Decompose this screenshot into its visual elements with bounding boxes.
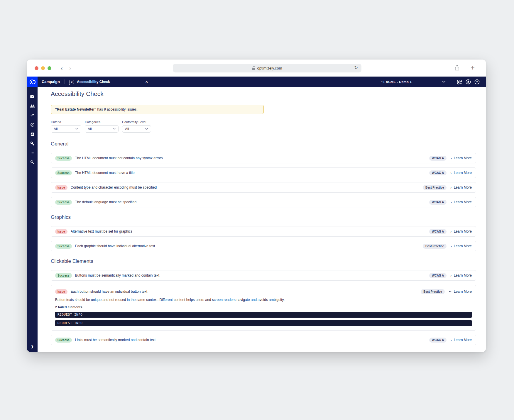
conformity-tag: WCAG A — [429, 338, 447, 343]
check-row[interactable]: Issue Content type and character encodin… — [51, 182, 476, 193]
learn-more-link[interactable]: Learn More — [454, 244, 472, 248]
tab-label: Accessibility Check — [77, 80, 110, 84]
conformity-tag: Best Practice — [423, 185, 447, 190]
zoom-window-button[interactable] — [48, 66, 51, 70]
divider — [450, 79, 450, 84]
conformity-tag: WCAG A — [429, 156, 447, 161]
learn-more-link[interactable]: Learn More — [454, 156, 472, 160]
address-bar[interactable]: optimizely.com ↻ — [173, 64, 361, 72]
check-text: The default language must be specified — [75, 200, 429, 204]
expanded-row-header[interactable]: Issue Each button should have an individ… — [55, 289, 472, 294]
chevron-down-icon — [145, 128, 148, 130]
check-text: Buttons must be semantically marked and … — [75, 273, 429, 277]
filter-categories: Categories All — [85, 120, 119, 133]
filter-label: Categories — [85, 120, 119, 124]
browser-window: ‹ › optimizely.com ↻ + — [27, 60, 486, 352]
conformity-level-select[interactable]: All — [122, 125, 151, 133]
check-row[interactable]: Success Each graphic should have individ… — [51, 241, 476, 251]
failed-elements-count: 2 failed elements — [55, 305, 472, 309]
left-sidebar: ❯ — [27, 87, 38, 352]
check-row[interactable]: Success The default language must be spe… — [51, 197, 476, 207]
status-badge: Success — [55, 200, 72, 205]
section-title-graphics: Graphics — [51, 214, 476, 220]
check-text: Each button should have an individual bu… — [71, 289, 421, 294]
url-text: optimizely.com — [257, 66, 282, 70]
user-account-icon[interactable] — [465, 78, 472, 85]
failed-element-code: REQUEST INFO — [55, 320, 472, 326]
learn-more-link[interactable]: Learn More — [454, 200, 472, 204]
check-text: Alternative text must be set for graphic… — [71, 229, 429, 233]
analytics-icon[interactable] — [27, 129, 38, 139]
issues-alert-banner: "Real Estate Newsletter" has 9 accessibi… — [51, 105, 264, 114]
criteria-select[interactable]: All — [51, 125, 81, 133]
more-options-icon[interactable] — [27, 148, 38, 158]
failed-element-code: REQUEST INFO — [55, 312, 472, 318]
filters-bar: Criteria All Categories All Conformity L… — [51, 120, 476, 133]
check-row[interactable]: Success The HTML document must not conta… — [51, 153, 476, 163]
apps-grid-icon[interactable] — [456, 78, 463, 85]
search-icon[interactable] — [27, 158, 38, 167]
conformity-tag: WCAG A — [429, 229, 447, 234]
forward-icon: › — [69, 65, 71, 71]
learn-more-link[interactable]: Learn More — [454, 171, 472, 175]
svg-text:?: ? — [476, 80, 478, 84]
filter-label: Conformity Level — [122, 120, 151, 124]
conformity-tag: WCAG A — [429, 200, 447, 205]
check-text: Each graphic should have individual alte… — [75, 244, 423, 248]
chevron-right-icon: › — [450, 274, 452, 277]
share-icon[interactable] — [455, 65, 459, 71]
conformity-tag: Best Practice — [423, 244, 447, 249]
learn-more-link[interactable]: Learn More — [454, 229, 472, 233]
conformity-tag: WCAG A — [429, 273, 447, 278]
check-row[interactable]: Success Buttons must be semantically mar… — [51, 270, 476, 281]
chevron-right-icon: › — [450, 156, 452, 160]
minimize-window-button[interactable] — [41, 66, 45, 70]
close-tab-icon[interactable]: ✕ — [145, 80, 148, 84]
learn-more-link[interactable]: Learn More — [454, 289, 472, 294]
check-text: Content type and character encoding must… — [71, 185, 423, 189]
chevron-right-icon: › — [450, 338, 452, 342]
reload-icon[interactable]: ↻ — [354, 65, 358, 70]
alert-text: has 9 accessibility issues. — [96, 107, 138, 111]
page-title: Accessibility Check — [51, 89, 476, 98]
alert-subject: "Real Estate Newsletter" — [55, 107, 96, 111]
status-badge: Success — [55, 170, 72, 175]
section-title-clickable-elements: Clickable Elements — [51, 258, 476, 264]
check-text: The HTML document must not contain any s… — [75, 156, 429, 160]
tools-icon[interactable] — [27, 139, 38, 148]
account-selector-label: ~+ ACME - Demo 1 — [381, 80, 412, 84]
check-row[interactable]: Success The HTML document must have a ti… — [51, 167, 476, 178]
back-icon[interactable]: ‹ — [61, 65, 63, 71]
chevron-down-icon[interactable] — [442, 81, 446, 83]
blocklist-icon[interactable] — [27, 120, 38, 129]
learn-more-link[interactable]: Learn More — [454, 185, 472, 189]
conformity-tag: WCAG A — [429, 170, 447, 175]
divider — [65, 79, 65, 84]
check-row[interactable]: Issue Alternative text must be set for g… — [51, 226, 476, 237]
chevron-down-icon — [75, 128, 78, 130]
lock-icon — [252, 66, 255, 70]
recipients-icon[interactable] — [27, 101, 38, 111]
new-tab-icon[interactable]: + — [471, 64, 475, 71]
chevron-down-icon — [113, 128, 116, 130]
filter-label: Criteria — [51, 120, 81, 124]
chevron-right-icon: › — [450, 186, 452, 189]
optimizely-logo[interactable] — [27, 77, 38, 87]
filter-criteria: Criteria All — [51, 120, 81, 133]
product-name: Campaign — [42, 80, 60, 84]
main-content: Accessibility Check "Real Estate Newslet… — [38, 87, 486, 352]
tab-accessibility-check[interactable]: 3 Accessibility Check — [70, 80, 110, 84]
transactional-icon[interactable] — [27, 111, 38, 120]
learn-more-link[interactable]: Learn More — [454, 273, 472, 277]
close-window-button[interactable] — [35, 66, 38, 70]
chevron-right-icon: › — [450, 171, 452, 175]
issue-description: Button texts should be unique and not re… — [55, 298, 472, 302]
status-badge: Issue — [55, 185, 67, 190]
learn-more-link[interactable]: Learn More — [454, 338, 472, 342]
check-row[interactable]: Success Links must be semantically marke… — [51, 335, 476, 345]
mailings-icon[interactable] — [27, 92, 38, 101]
expand-sidebar-icon[interactable]: ❯ — [27, 345, 38, 348]
categories-select[interactable]: All — [85, 125, 119, 133]
app-top-bar: Campaign 3 Accessibility Check ✕ ~+ ACME… — [27, 77, 486, 87]
help-icon[interactable]: ? — [474, 78, 481, 85]
